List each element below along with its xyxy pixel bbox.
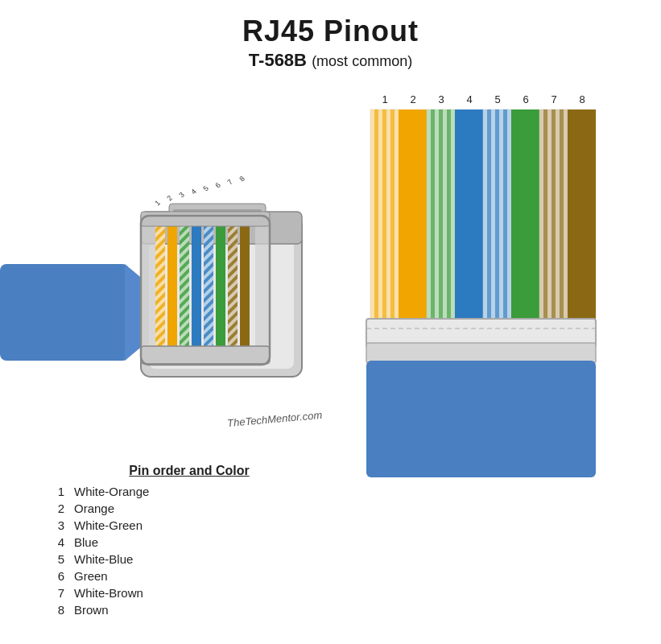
- svg-rect-69: [366, 343, 596, 363]
- left-diagram: 1 2 3 4 5 6 7 8: [0, 79, 346, 473]
- svg-text:8: 8: [238, 175, 246, 184]
- svg-rect-14: [204, 225, 213, 350]
- pin-row: 8Brown: [40, 603, 338, 617]
- svg-rect-8: [155, 225, 165, 350]
- connector-svg: 1 2 3 4 5 6 7 8: [0, 79, 338, 425]
- pin-order-section: Pin order and Color 1White-Orange2Orange…: [40, 464, 338, 620]
- pin-color-label: White-Green: [74, 518, 143, 532]
- pin-number: 5: [40, 552, 64, 566]
- svg-rect-11: [180, 225, 189, 350]
- pin-table: 1White-Orange2Orange3White-Green4Blue5Wh…: [40, 485, 338, 617]
- svg-text:5: 5: [201, 184, 210, 193]
- pin-number: 2: [40, 502, 64, 515]
- svg-rect-17: [228, 225, 238, 350]
- pin-color-label: White-Orange: [74, 485, 149, 498]
- svg-rect-9: [167, 225, 177, 350]
- svg-text:4: 4: [466, 93, 472, 105]
- pin-number: 1: [40, 485, 64, 498]
- svg-text:7: 7: [551, 93, 556, 105]
- subtitle-note: (most common): [312, 53, 412, 69]
- svg-rect-12: [192, 225, 201, 350]
- pin-row: 1White-Orange: [40, 485, 338, 498]
- svg-rect-61: [455, 109, 483, 319]
- svg-rect-0: [0, 264, 129, 361]
- svg-rect-21: [141, 346, 270, 364]
- pin-number: 4: [40, 535, 64, 549]
- svg-text:8: 8: [579, 93, 585, 105]
- pin-color-label: Blue: [74, 535, 98, 549]
- pin-number: 6: [40, 569, 64, 583]
- svg-rect-63: [483, 109, 511, 319]
- svg-rect-66: [539, 109, 568, 319]
- svg-rect-58: [399, 109, 427, 319]
- svg-rect-67: [568, 109, 596, 319]
- svg-text:6: 6: [213, 181, 222, 190]
- svg-rect-57: [370, 109, 399, 319]
- svg-text:2: 2: [410, 93, 415, 105]
- pin-row: 5White-Blue: [40, 552, 338, 566]
- pin-color-label: Orange: [74, 502, 114, 515]
- pin-number: 7: [40, 586, 64, 600]
- title-area: RJ45 Pinout T-568B (most common): [0, 0, 661, 71]
- pin-row: 2Orange: [40, 502, 338, 515]
- svg-rect-70: [366, 361, 596, 477]
- main-content: 1 2 3 4 5 6 7 8: [0, 79, 661, 485]
- pin-row: 4Blue: [40, 535, 338, 549]
- svg-rect-64: [511, 109, 539, 319]
- svg-text:6: 6: [523, 93, 528, 105]
- subtitle-text: T-568B: [249, 50, 307, 70]
- page-container: RJ45 Pinout T-568B (most common): [0, 0, 661, 644]
- pin-number: 3: [40, 518, 64, 532]
- pin-color-label: Green: [74, 569, 108, 583]
- wire-closeup-svg: 1 2 3 4 5 6 7 8: [362, 87, 612, 481]
- pin-color-label: White-Blue: [74, 552, 133, 566]
- svg-text:1: 1: [382, 93, 387, 105]
- pin-table-title: Pin order and Color: [40, 464, 338, 478]
- svg-text:3: 3: [177, 191, 186, 200]
- svg-rect-60: [427, 109, 455, 319]
- svg-text:7: 7: [225, 178, 234, 187]
- svg-text:4: 4: [189, 188, 198, 196]
- subtitle: T-568B (most common): [0, 50, 661, 71]
- pin-row: 6Green: [40, 569, 338, 583]
- pin-color-label: Brown: [74, 603, 109, 617]
- svg-text:5: 5: [494, 93, 500, 105]
- pin-row: 7White-Brown: [40, 586, 338, 600]
- pin-number: 8: [40, 603, 64, 617]
- svg-rect-20: [255, 225, 270, 350]
- pin-row: 3White-Green: [40, 518, 338, 532]
- svg-text:2: 2: [165, 194, 174, 203]
- right-diagram: 1 2 3 4 5 6 7 8: [362, 87, 644, 485]
- svg-text:1: 1: [153, 199, 162, 208]
- main-title: RJ45 Pinout: [0, 14, 661, 48]
- svg-rect-19: [141, 225, 155, 350]
- svg-rect-22: [141, 212, 270, 226]
- svg-text:3: 3: [438, 93, 444, 105]
- svg-rect-15: [216, 225, 225, 350]
- pin-color-label: White-Brown: [74, 586, 143, 600]
- svg-rect-18: [240, 225, 250, 350]
